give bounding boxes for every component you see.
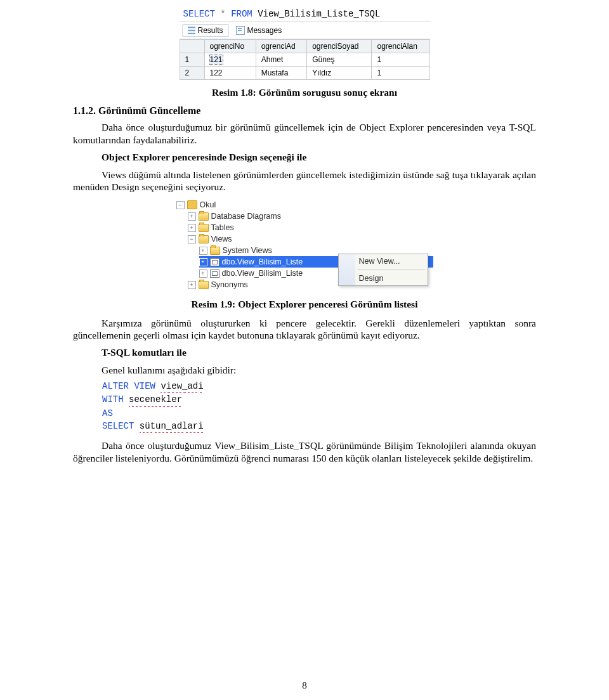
node-label: Tables	[211, 222, 234, 233]
paragraph: Karşımıza görünümü oluştururken ki pence…	[73, 317, 536, 342]
node-label: Views	[211, 233, 232, 245]
menu-separator	[358, 269, 425, 270]
section-heading: 1.1.2. Görünümü Güncelleme	[73, 105, 536, 117]
grid-row[interactable]: 2 122 Mustafa Yıldız 1	[180, 67, 429, 80]
result-tabs: Results Messages	[180, 22, 430, 39]
row-number: 2	[180, 67, 204, 80]
cell: Ahmet	[256, 53, 306, 67]
cell: 1	[372, 67, 429, 80]
code-line: AS	[102, 407, 536, 420]
messages-icon	[236, 26, 245, 35]
cell: 122	[204, 67, 256, 80]
database-icon	[187, 200, 197, 209]
collapse-icon[interactable]: −	[188, 235, 196, 243]
row-number: 1	[180, 53, 204, 67]
paragraph: Daha önce oluşturduğumuz View_Bilisim_Li…	[73, 439, 536, 464]
code-line: SELECT sütun_adlari	[102, 420, 536, 433]
sql-keyword-select: SELECT	[183, 9, 215, 19]
page-number: 8	[0, 680, 609, 691]
code-line: ALTER VIEW view_adi	[102, 380, 536, 393]
kw-select: SELECT	[102, 421, 134, 431]
db-label: Okul	[200, 199, 216, 211]
paragraph: Daha önce oluşturduğumuz bir görünümü gü…	[73, 121, 536, 146]
object-explorer-screenshot: − Okul + Database Diagrams + Tables − Vi…	[176, 198, 433, 292]
folder-icon	[210, 247, 220, 255]
tab-results-label: Results	[198, 26, 223, 35]
code-line: WITH secenekler	[102, 393, 536, 406]
view-icon	[210, 269, 219, 278]
collapse-icon[interactable]: −	[176, 201, 185, 209]
sub-heading: Object Explorer penceresinde Design seçe…	[73, 151, 536, 163]
sql-keyword-from: FROM	[231, 9, 252, 19]
grid-header-row: ogrenciNo ogrenciAd ogrenciSoyad ogrenci…	[180, 40, 429, 53]
context-menu: New View... Design	[338, 254, 428, 286]
tab-results[interactable]: Results	[182, 24, 229, 37]
folder-icon	[199, 235, 209, 243]
sql-results-screenshot: SELECT * FROM View_Bilisim_Liste_TSQL Re…	[180, 6, 430, 80]
grid-icon	[188, 27, 195, 34]
grid-corner	[180, 40, 204, 53]
view-icon	[210, 258, 219, 266]
sql-star: *	[220, 9, 225, 19]
col-ogrencisoyad: ogrenciSoyad	[307, 40, 372, 53]
col-ogrenciad: ogrenciAd	[256, 40, 306, 53]
expand-icon[interactable]: +	[199, 269, 207, 278]
results-grid: ogrenciNo ogrenciAd ogrenciSoyad ogrenci…	[180, 39, 430, 80]
placeholder-view-name: view_adi	[160, 380, 203, 393]
cell: Yıldız	[307, 67, 372, 80]
cell: Güneş	[307, 53, 372, 67]
kw-with: WITH	[102, 394, 124, 405]
tree-node-db[interactable]: − Okul	[176, 199, 433, 211]
tab-messages-label: Messages	[247, 26, 282, 35]
node-label: dbo.View_Bilisim_Liste	[222, 256, 303, 268]
expand-icon[interactable]: +	[188, 224, 196, 232]
paragraph: Genel kullanımı aşağıdaki gibidir:	[73, 364, 536, 376]
placeholder-columns: sütun_adlari	[140, 420, 204, 433]
folder-icon	[199, 212, 209, 221]
menu-item-new-view[interactable]: New View...	[339, 254, 428, 268]
col-ogrencialan: ogrenciAlan	[372, 40, 429, 53]
paragraph: Views düğümü altında listelenen görünüml…	[73, 169, 536, 193]
col-ogrencino: ogrenciNo	[204, 40, 256, 53]
cell: 1	[372, 53, 429, 67]
cell: 121	[204, 53, 256, 67]
node-label: dbo.View_Bilisim_Liste	[222, 268, 303, 279]
node-label: System Views	[223, 245, 272, 256]
kw-alter-view: ALTER VIEW	[102, 381, 155, 391]
cell: Mustafa	[256, 67, 306, 80]
expand-icon[interactable]: +	[188, 212, 196, 221]
expand-icon[interactable]: +	[188, 281, 196, 289]
tree-node-views[interactable]: − Views	[188, 233, 433, 245]
expand-icon[interactable]: +	[199, 247, 207, 255]
folder-icon	[199, 224, 209, 232]
figure-caption-2: Resim 1.9: Object Explorer penceresi Gör…	[73, 298, 536, 310]
tree-node-tables[interactable]: + Tables	[188, 222, 433, 233]
tree-node-diagrams[interactable]: + Database Diagrams	[188, 211, 433, 222]
kw-as: AS	[102, 408, 113, 418]
placeholder-options: secenekler	[129, 393, 182, 406]
selected-cell[interactable]: 121	[210, 55, 223, 64]
sql-query: SELECT * FROM View_Bilisim_Liste_TSQL	[180, 6, 430, 22]
menu-item-design[interactable]: Design	[339, 271, 428, 285]
grid-row[interactable]: 1 121 Ahmet Güneş 1	[180, 53, 429, 67]
expand-icon[interactable]: +	[199, 258, 207, 266]
node-label: Synonyms	[211, 279, 248, 290]
code-block-alter-view: ALTER VIEW view_adi WITH secenekler AS S…	[102, 380, 536, 433]
sql-view-name: View_Bilisim_Liste_TSQL	[258, 9, 380, 19]
tab-messages[interactable]: Messages	[230, 24, 288, 37]
node-label: Database Diagrams	[211, 211, 281, 222]
sub-heading: T-SQL komutları ile	[73, 346, 536, 358]
figure-caption-1: Resim 1.8: Görünüm sorugusu sonuç ekranı	[73, 86, 536, 98]
folder-icon	[199, 281, 209, 289]
